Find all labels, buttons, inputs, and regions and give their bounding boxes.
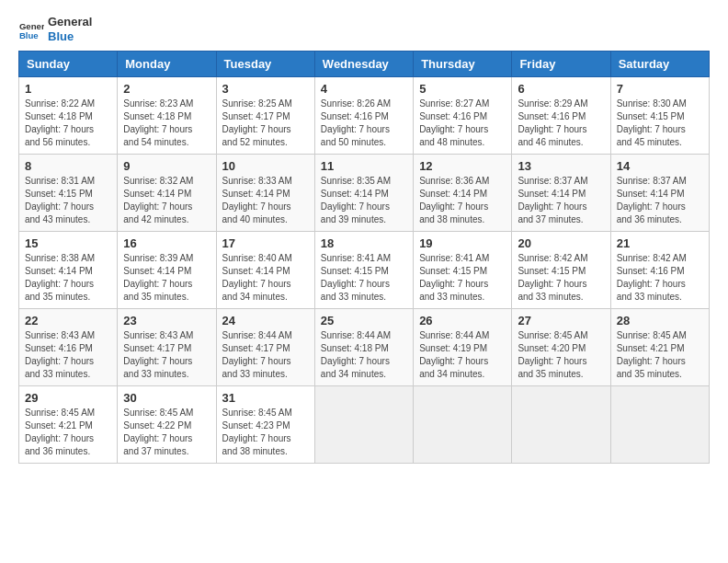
calendar-header-row: SundayMondayTuesdayWednesdayThursdayFrid… <box>19 52 710 77</box>
day-number: 7 <box>617 82 703 96</box>
calendar-cell: 7Sunrise: 8:30 AMSunset: 4:15 PMDaylight… <box>610 77 709 155</box>
calendar-cell: 30Sunrise: 8:45 AMSunset: 4:22 PMDayligh… <box>118 386 216 464</box>
calendar-cell: 15Sunrise: 8:38 AMSunset: 4:14 PMDayligh… <box>19 232 118 309</box>
calendar-cell: 1Sunrise: 8:22 AMSunset: 4:18 PMDaylight… <box>19 77 118 155</box>
day-number: 12 <box>419 159 506 173</box>
day-number: 2 <box>123 82 210 96</box>
day-number: 19 <box>419 236 506 250</box>
day-number: 4 <box>321 82 407 96</box>
calendar-cell <box>314 386 413 464</box>
header-saturday: Saturday <box>610 52 709 77</box>
day-number: 3 <box>222 82 309 96</box>
day-number: 5 <box>419 82 506 96</box>
day-info: Sunrise: 8:31 AMSunset: 4:15 PMDaylight:… <box>25 175 111 226</box>
calendar-cell: 12Sunrise: 8:36 AMSunset: 4:14 PMDayligh… <box>414 155 512 232</box>
header-friday: Friday <box>512 52 610 77</box>
day-number: 28 <box>617 314 703 327</box>
day-number: 17 <box>222 236 309 250</box>
calendar-cell: 25Sunrise: 8:44 AMSunset: 4:18 PMDayligh… <box>314 309 413 386</box>
calendar-cell <box>610 386 709 464</box>
day-info: Sunrise: 8:26 AMSunset: 4:16 PMDaylight:… <box>321 98 407 149</box>
calendar-cell: 28Sunrise: 8:45 AMSunset: 4:21 PMDayligh… <box>610 309 709 386</box>
day-info: Sunrise: 8:37 AMSunset: 4:14 PMDaylight:… <box>617 175 703 226</box>
day-info: Sunrise: 8:32 AMSunset: 4:14 PMDaylight:… <box>123 175 210 226</box>
header-sunday: Sunday <box>19 52 118 77</box>
calendar-cell: 4Sunrise: 8:26 AMSunset: 4:16 PMDaylight… <box>314 77 413 155</box>
day-number: 22 <box>25 314 111 327</box>
calendar-cell: 13Sunrise: 8:37 AMSunset: 4:14 PMDayligh… <box>512 155 610 232</box>
logo-blue: Blue <box>48 29 92 44</box>
day-info: Sunrise: 8:45 AMSunset: 4:21 PMDaylight:… <box>617 329 703 381</box>
calendar-cell <box>512 386 610 464</box>
calendar-cell: 21Sunrise: 8:42 AMSunset: 4:16 PMDayligh… <box>610 232 709 309</box>
day-number: 20 <box>518 236 604 250</box>
calendar-cell: 8Sunrise: 8:31 AMSunset: 4:15 PMDaylight… <box>19 155 118 232</box>
day-number: 24 <box>222 314 309 327</box>
day-info: Sunrise: 8:45 AMSunset: 4:20 PMDaylight:… <box>518 329 604 381</box>
day-info: Sunrise: 8:23 AMSunset: 4:18 PMDaylight:… <box>123 98 210 149</box>
day-number: 11 <box>321 159 407 173</box>
calendar-table: SundayMondayTuesdayWednesdayThursdayFrid… <box>18 51 710 464</box>
day-info: Sunrise: 8:29 AMSunset: 4:16 PMDaylight:… <box>518 98 604 149</box>
day-number: 25 <box>321 314 407 327</box>
day-number: 10 <box>222 159 309 173</box>
calendar-week-4: 22Sunrise: 8:43 AMSunset: 4:16 PMDayligh… <box>19 309 710 386</box>
day-info: Sunrise: 8:22 AMSunset: 4:18 PMDaylight:… <box>25 98 111 149</box>
calendar-cell: 6Sunrise: 8:29 AMSunset: 4:16 PMDaylight… <box>512 77 610 155</box>
logo-icon: General Blue <box>18 17 44 42</box>
day-info: Sunrise: 8:44 AMSunset: 4:18 PMDaylight:… <box>321 329 407 381</box>
day-info: Sunrise: 8:42 AMSunset: 4:15 PMDaylight:… <box>518 252 604 304</box>
day-number: 31 <box>222 391 309 405</box>
calendar-cell: 14Sunrise: 8:37 AMSunset: 4:14 PMDayligh… <box>610 155 709 232</box>
day-info: Sunrise: 8:30 AMSunset: 4:15 PMDaylight:… <box>617 98 703 149</box>
day-info: Sunrise: 8:39 AMSunset: 4:14 PMDaylight:… <box>123 252 210 304</box>
day-info: Sunrise: 8:36 AMSunset: 4:14 PMDaylight:… <box>419 175 506 226</box>
day-info: Sunrise: 8:43 AMSunset: 4:17 PMDaylight:… <box>123 329 210 381</box>
day-number: 6 <box>518 82 604 96</box>
day-number: 21 <box>617 236 703 250</box>
day-info: Sunrise: 8:40 AMSunset: 4:14 PMDaylight:… <box>222 252 309 304</box>
day-info: Sunrise: 8:33 AMSunset: 4:14 PMDaylight:… <box>222 175 309 226</box>
calendar-cell: 2Sunrise: 8:23 AMSunset: 4:18 PMDaylight… <box>118 77 216 155</box>
calendar-cell: 3Sunrise: 8:25 AMSunset: 4:17 PMDaylight… <box>216 77 314 155</box>
day-number: 13 <box>518 159 604 173</box>
day-info: Sunrise: 8:38 AMSunset: 4:14 PMDaylight:… <box>25 252 111 304</box>
day-info: Sunrise: 8:41 AMSunset: 4:15 PMDaylight:… <box>321 252 407 304</box>
logo: General Blue General Blue <box>18 15 92 43</box>
calendar-cell: 22Sunrise: 8:43 AMSunset: 4:16 PMDayligh… <box>19 309 118 386</box>
calendar-week-5: 29Sunrise: 8:45 AMSunset: 4:21 PMDayligh… <box>19 386 710 464</box>
calendar-week-1: 1Sunrise: 8:22 AMSunset: 4:18 PMDaylight… <box>19 77 710 155</box>
logo-general: General <box>48 15 92 29</box>
day-info: Sunrise: 8:43 AMSunset: 4:16 PMDaylight:… <box>25 329 111 381</box>
calendar-cell: 19Sunrise: 8:41 AMSunset: 4:15 PMDayligh… <box>414 232 512 309</box>
day-info: Sunrise: 8:37 AMSunset: 4:14 PMDaylight:… <box>518 175 604 226</box>
svg-text:Blue: Blue <box>19 29 39 40</box>
calendar-cell: 20Sunrise: 8:42 AMSunset: 4:15 PMDayligh… <box>512 232 610 309</box>
calendar-cell: 24Sunrise: 8:44 AMSunset: 4:17 PMDayligh… <box>216 309 314 386</box>
day-number: 16 <box>123 236 210 250</box>
calendar-cell: 11Sunrise: 8:35 AMSunset: 4:14 PMDayligh… <box>314 155 413 232</box>
calendar-cell: 10Sunrise: 8:33 AMSunset: 4:14 PMDayligh… <box>216 155 314 232</box>
calendar-cell: 27Sunrise: 8:45 AMSunset: 4:20 PMDayligh… <box>512 309 610 386</box>
day-number: 1 <box>25 82 111 96</box>
day-info: Sunrise: 8:45 AMSunset: 4:22 PMDaylight:… <box>123 407 210 458</box>
calendar-cell: 16Sunrise: 8:39 AMSunset: 4:14 PMDayligh… <box>118 232 216 309</box>
day-info: Sunrise: 8:27 AMSunset: 4:16 PMDaylight:… <box>419 98 506 149</box>
day-info: Sunrise: 8:41 AMSunset: 4:15 PMDaylight:… <box>419 252 506 304</box>
day-info: Sunrise: 8:35 AMSunset: 4:14 PMDaylight:… <box>321 175 407 226</box>
calendar-cell: 5Sunrise: 8:27 AMSunset: 4:16 PMDaylight… <box>414 77 512 155</box>
day-number: 8 <box>25 159 111 173</box>
calendar-week-2: 8Sunrise: 8:31 AMSunset: 4:15 PMDaylight… <box>19 155 710 232</box>
calendar-cell: 29Sunrise: 8:45 AMSunset: 4:21 PMDayligh… <box>19 386 118 464</box>
header-monday: Monday <box>118 52 216 77</box>
calendar-cell: 18Sunrise: 8:41 AMSunset: 4:15 PMDayligh… <box>314 232 413 309</box>
day-number: 29 <box>25 391 111 405</box>
day-info: Sunrise: 8:25 AMSunset: 4:17 PMDaylight:… <box>222 98 309 149</box>
calendar-cell: 9Sunrise: 8:32 AMSunset: 4:14 PMDaylight… <box>118 155 216 232</box>
day-number: 14 <box>617 159 703 173</box>
calendar-cell: 26Sunrise: 8:44 AMSunset: 4:19 PMDayligh… <box>414 309 512 386</box>
day-number: 18 <box>321 236 407 250</box>
day-info: Sunrise: 8:42 AMSunset: 4:16 PMDaylight:… <box>617 252 703 304</box>
day-info: Sunrise: 8:44 AMSunset: 4:19 PMDaylight:… <box>419 329 506 381</box>
calendar-cell: 17Sunrise: 8:40 AMSunset: 4:14 PMDayligh… <box>216 232 314 309</box>
